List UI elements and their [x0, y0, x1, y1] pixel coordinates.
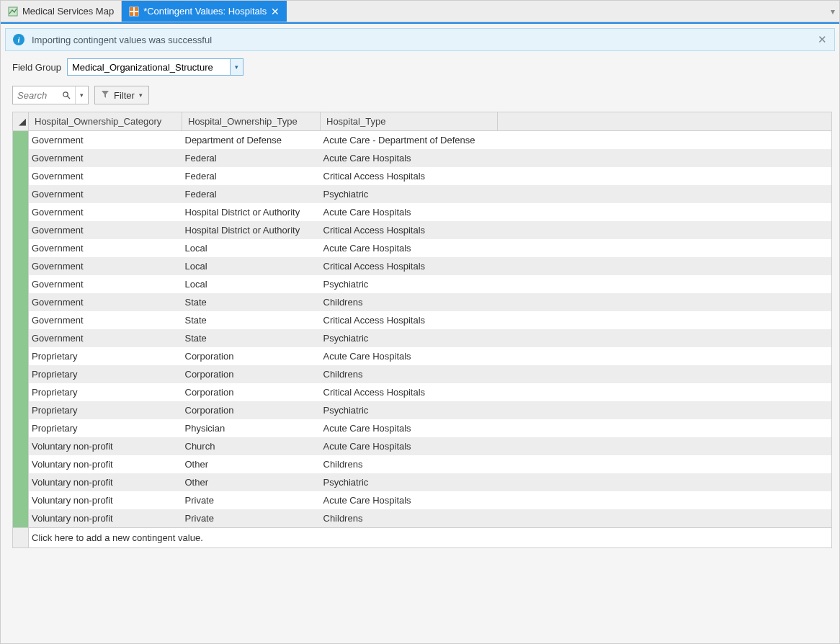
table-row[interactable]: GovernmentLocalCritical Access Hospitals	[13, 257, 832, 275]
cell[interactable]: Critical Access Hospitals	[321, 221, 498, 239]
table-row[interactable]: GovernmentHospital District or Authority…	[13, 203, 832, 221]
row-handle[interactable]	[13, 329, 29, 347]
table-row[interactable]: ProprietaryCorporationPsychiatric	[13, 401, 832, 419]
row-handle[interactable]	[13, 131, 29, 150]
cell[interactable]: Government	[29, 185, 182, 203]
cell[interactable]: Government	[29, 257, 182, 275]
cell[interactable]: Voluntary non-profit	[29, 455, 182, 473]
cell[interactable]: Proprietary	[29, 383, 182, 401]
field-group-input[interactable]	[68, 61, 230, 74]
close-icon[interactable]: ✕	[818, 33, 827, 46]
cell[interactable]: Acute Care Hospitals	[321, 419, 498, 437]
table-row[interactable]: GovernmentStateChildrens	[13, 293, 832, 311]
table-row[interactable]: ProprietaryPhysicianAcute Care Hospitals	[13, 419, 832, 437]
cell[interactable]: Government	[29, 311, 182, 329]
table-row[interactable]: GovernmentFederalPsychiatric	[13, 185, 832, 203]
close-icon[interactable]: ✕	[271, 6, 280, 17]
row-handle[interactable]	[13, 383, 29, 401]
cell[interactable]: Psychiatric	[321, 473, 498, 491]
table-row[interactable]: GovernmentDepartment of DefenseAcute Car…	[13, 131, 832, 150]
table-row[interactable]: Voluntary non-profitPrivateAcute Care Ho…	[13, 491, 832, 509]
data-grid[interactable]: ◢ Hospital_Ownership_Category Hospital_O…	[12, 112, 832, 528]
cell[interactable]: Childrens	[321, 365, 498, 383]
column-header[interactable]: Hospital_Type	[321, 112, 498, 131]
cell[interactable]: Proprietary	[29, 365, 182, 383]
cell[interactable]: Proprietary	[29, 419, 182, 437]
cell[interactable]: Corporation	[182, 383, 321, 401]
table-row[interactable]: Voluntary non-profitOtherChildrens	[13, 455, 832, 473]
table-row[interactable]: Voluntary non-profitPrivateChildrens	[13, 509, 832, 528]
filter-button[interactable]: Filter ▾	[94, 86, 149, 104]
cell[interactable]: Government	[29, 275, 182, 293]
cell[interactable]: Childrens	[321, 455, 498, 473]
row-handle[interactable]	[13, 491, 29, 509]
column-header[interactable]: Hospital_Ownership_Type	[182, 112, 321, 131]
column-header[interactable]: Hospital_Ownership_Category	[29, 112, 182, 131]
cell[interactable]: Local	[182, 239, 321, 257]
cell[interactable]: Acute Care Hospitals	[321, 347, 498, 365]
table-row[interactable]: GovernmentHospital District or Authority…	[13, 221, 832, 239]
row-handle[interactable]	[13, 437, 29, 455]
row-handle[interactable]	[13, 149, 29, 167]
table-row[interactable]: GovernmentLocalAcute Care Hospitals	[13, 239, 832, 257]
cell[interactable]: Corporation	[182, 347, 321, 365]
cell[interactable]: Federal	[182, 167, 321, 185]
row-handle[interactable]	[13, 221, 29, 239]
cell[interactable]: Voluntary non-profit	[29, 509, 182, 528]
cell[interactable]: Psychiatric	[321, 185, 498, 203]
cell[interactable]: Government	[29, 131, 182, 150]
cell[interactable]: Other	[182, 455, 321, 473]
cell[interactable]: State	[182, 311, 321, 329]
cell[interactable]: Government	[29, 293, 182, 311]
cell[interactable]: Voluntary non-profit	[29, 437, 182, 455]
cell[interactable]: Psychiatric	[321, 401, 498, 419]
cell[interactable]: Government	[29, 239, 182, 257]
row-handle[interactable]	[13, 455, 29, 473]
cell[interactable]: Critical Access Hospitals	[321, 257, 498, 275]
row-handle[interactable]	[13, 401, 29, 419]
add-new-row[interactable]: Click here to add a new contingent value…	[12, 528, 832, 548]
row-handle[interactable]	[13, 257, 29, 275]
cell[interactable]: Private	[182, 491, 321, 509]
cell[interactable]: Critical Access Hospitals	[321, 311, 498, 329]
cell[interactable]: Acute Care Hospitals	[321, 149, 498, 167]
tab-options-chevron[interactable]: ▾	[831, 1, 835, 22]
cell[interactable]: Corporation	[182, 401, 321, 419]
cell[interactable]: Childrens	[321, 293, 498, 311]
search-input[interactable]	[13, 89, 58, 102]
cell[interactable]: Federal	[182, 185, 321, 203]
cell[interactable]: Critical Access Hospitals	[321, 167, 498, 185]
cell[interactable]: Voluntary non-profit	[29, 473, 182, 491]
cell[interactable]: Local	[182, 275, 321, 293]
row-handle[interactable]	[13, 347, 29, 365]
cell[interactable]: State	[182, 293, 321, 311]
cell[interactable]: Hospital District or Authority	[182, 221, 321, 239]
cell[interactable]: Other	[182, 473, 321, 491]
cell[interactable]: Psychiatric	[321, 275, 498, 293]
cell[interactable]: Local	[182, 257, 321, 275]
row-handle[interactable]	[13, 311, 29, 329]
row-handle[interactable]	[13, 419, 29, 437]
cell[interactable]: State	[182, 329, 321, 347]
cell[interactable]: Physician	[182, 419, 321, 437]
cell[interactable]: Proprietary	[29, 401, 182, 419]
cell[interactable]: Acute Care Hospitals	[321, 437, 498, 455]
chevron-down-icon[interactable]: ▾	[75, 86, 88, 104]
cell[interactable]: Acute Care Hospitals	[321, 491, 498, 509]
cell[interactable]: Acute Care Hospitals	[321, 239, 498, 257]
corner-cell[interactable]: ◢	[13, 112, 29, 131]
table-row[interactable]: Voluntary non-profitOtherPsychiatric	[13, 473, 832, 491]
cell[interactable]: Childrens	[321, 509, 498, 528]
search-icon[interactable]	[58, 86, 75, 104]
cell[interactable]: Department of Defense	[182, 131, 321, 150]
row-handle[interactable]	[13, 167, 29, 185]
table-row[interactable]: ProprietaryCorporationCritical Access Ho…	[13, 383, 832, 401]
table-row[interactable]: GovernmentStatePsychiatric	[13, 329, 832, 347]
row-handle[interactable]	[13, 239, 29, 257]
cell[interactable]: Church	[182, 437, 321, 455]
cell[interactable]: Acute Care - Department of Defense	[321, 131, 498, 150]
tab-contingent-values-hospitals[interactable]: *Contingent Values: Hospitals ✕	[122, 1, 287, 22]
table-row[interactable]: GovernmentFederalCritical Access Hospita…	[13, 167, 832, 185]
cell[interactable]: Private	[182, 509, 321, 528]
row-handle[interactable]	[13, 509, 29, 528]
